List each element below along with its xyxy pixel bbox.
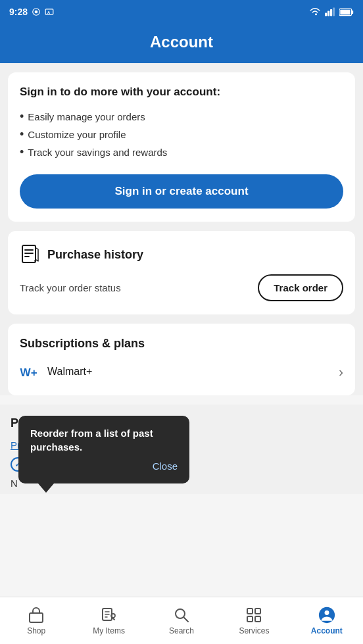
bottom-nav: Shop My Items Search [0, 597, 363, 644]
svg-rect-8 [340, 9, 350, 14]
svg-point-25 [324, 610, 329, 615]
svg-rect-23 [255, 616, 260, 622]
nav-my-items-label: My Items [93, 626, 125, 635]
status-right [309, 7, 354, 16]
status-bar: 9:28 A [0, 0, 363, 24]
walmart-plus-label: Walmart+ [47, 366, 92, 378]
svg-rect-4 [327, 11, 329, 16]
shop-icon [28, 607, 45, 624]
nav-my-items[interactable]: My Items [72, 601, 145, 641]
svg-rect-21 [255, 608, 260, 614]
purchase-history-header: Purchase history [20, 244, 343, 265]
walmart-plus-chevron: › [339, 364, 343, 380]
wifi-icon [309, 7, 321, 16]
subscriptions-card: Subscriptions & plans W+ Walmart+ › [8, 324, 355, 395]
nav-account[interactable]: Account [291, 601, 363, 641]
tooltip-close-button[interactable]: Close [30, 459, 178, 473]
walmart-plus-left: W+ Walmart+ [20, 364, 92, 380]
receipt-icon [20, 244, 41, 265]
svg-line-19 [184, 617, 189, 622]
a-icon: A [45, 7, 54, 16]
tooltip-overlay: Reorder from a list of past purchases. C… [18, 416, 189, 493]
location-icon [32, 7, 41, 16]
svg-rect-15 [30, 613, 43, 622]
account-icon [318, 607, 335, 624]
walmart-plus-row[interactable]: W+ Walmart+ › [20, 361, 343, 382]
svg-rect-22 [247, 616, 253, 622]
benefit-3: Track your savings and rewards [20, 143, 343, 161]
nav-search-label: Search [169, 626, 194, 635]
purchase-history-card: Purchase history Track your order status… [8, 231, 355, 314]
tooltip-box: Reorder from a list of past purchases. C… [18, 416, 189, 483]
nav-search[interactable]: Search [145, 601, 218, 641]
walmart-plus-icon: W+ [20, 364, 41, 380]
subscriptions-title: Subscriptions & plans [20, 337, 343, 351]
track-order-button[interactable]: Track order [258, 274, 343, 301]
tooltip-text: Reorder from a list of past purchases. [30, 426, 178, 454]
svg-rect-9 [352, 10, 354, 13]
status-left: 9:28 A [9, 7, 54, 17]
svg-text:W+: W+ [20, 366, 37, 379]
notice-label: N [11, 478, 18, 489]
time: 9:28 [9, 7, 28, 17]
svg-point-17 [111, 614, 115, 618]
nav-services-label: Services [239, 626, 269, 635]
purchase-history-subtitle: Track your order status [20, 282, 121, 293]
nav-shop[interactable]: Shop [0, 601, 72, 641]
benefit-2: Customize your profile [20, 126, 343, 143]
nav-shop-label: Shop [27, 626, 45, 635]
nav-account-label: Account [311, 626, 343, 635]
battery-icon [339, 8, 354, 16]
header: Account [0, 24, 363, 63]
svg-rect-3 [325, 13, 327, 16]
signal-icon [325, 7, 335, 16]
signin-benefits-list: Easily manage your orders Customize your… [20, 108, 343, 161]
benefit-1: Easily manage your orders [20, 108, 343, 126]
tooltip-arrow [38, 483, 54, 493]
my-items-icon [101, 607, 118, 624]
services-icon [245, 607, 262, 624]
page-title: Account [0, 33, 363, 51]
svg-point-0 [35, 11, 38, 14]
svg-text:A: A [47, 11, 51, 14]
search-icon [173, 607, 190, 624]
signin-button[interactable]: Sign in or create account [20, 174, 343, 209]
nav-services[interactable]: Services [218, 601, 290, 641]
signin-heading: Sign in to do more with your account: [20, 86, 343, 99]
svg-rect-10 [22, 245, 36, 262]
svg-rect-5 [330, 9, 332, 16]
svg-rect-6 [333, 8, 335, 16]
purchase-history-title: Purchase history [47, 248, 143, 262]
signin-card: Sign in to do more with your account: Ea… [8, 72, 355, 222]
main-content: Sign in to do more with your account: Ea… [0, 63, 363, 395]
purchase-history-row: Track your order status Track order [20, 274, 343, 301]
svg-rect-20 [247, 608, 253, 614]
